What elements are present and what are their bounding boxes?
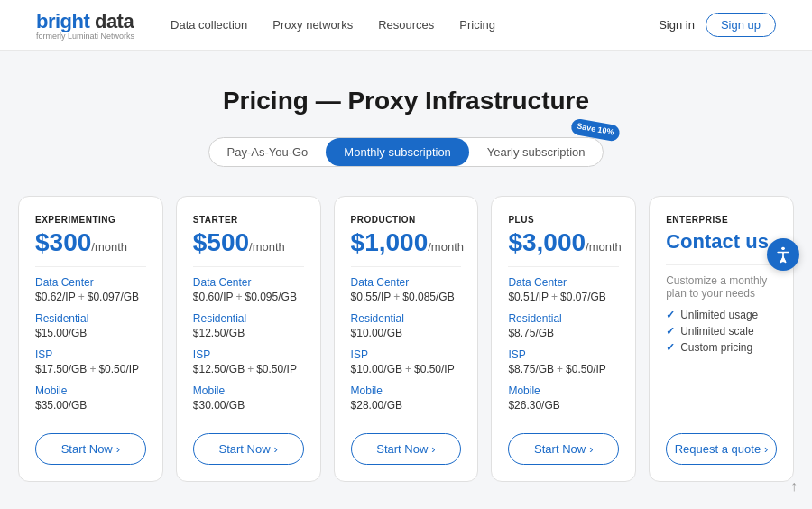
- residential-section: Residential $12.50/GB: [193, 312, 304, 339]
- mobile-section: Mobile $30.00/GB: [193, 384, 304, 412]
- main-content: Pricing — Proxy Infrastructure Pay-As-Yo…: [0, 51, 812, 509]
- card-production: PRODUCTION $1,000/month Data Center $0.5…: [334, 196, 479, 482]
- start-now-button[interactable]: Start Now ›: [508, 433, 619, 465]
- card-starter: STARTER $500/month Data Center $0.60/IP+…: [176, 196, 321, 482]
- pricing-cards: EXPERIMENTING $300/month Data Center $0.…: [18, 196, 794, 482]
- price: $500/month: [193, 230, 304, 255]
- feature-list: ✓Unlimited usage ✓Unlimited scale ✓Custo…: [666, 309, 777, 357]
- isp-section: ISP $12.50/GB+$0.50/IP: [193, 348, 304, 375]
- card-footer: Request a quote ›: [666, 421, 777, 465]
- logo: bright data formerly Luminati Networks: [36, 10, 134, 41]
- logo-data: data: [95, 10, 134, 32]
- header-actions: Sign in Sign up: [659, 13, 776, 37]
- tab-yearly[interactable]: Yearly subscription Save 10%: [469, 138, 604, 166]
- logo-subtitle: formerly Luminati Networks: [36, 32, 134, 41]
- enterprise-description: Customize a monthly plan to your needs: [666, 274, 777, 300]
- request-quote-button[interactable]: Request a quote ›: [666, 433, 777, 465]
- mobile-section: Mobile $28.00/GB: [351, 384, 462, 412]
- page-title: Pricing — Proxy Infrastructure: [223, 87, 589, 116]
- start-now-button[interactable]: Start Now ›: [35, 433, 146, 465]
- main-nav: Data collection Proxy networks Resources…: [171, 18, 659, 32]
- feature-unlimited-scale: ✓Unlimited scale: [666, 325, 777, 338]
- check-icon: ✓: [666, 325, 675, 338]
- card-footer: Start Now ›: [35, 421, 146, 465]
- card-footer: Start Now ›: [508, 421, 619, 465]
- card-footer: Start Now ›: [193, 421, 304, 465]
- save-badge: Save 10%: [570, 117, 621, 142]
- data-center-section: Data Center $0.62/IP+$0.097/GB: [35, 276, 146, 303]
- price: $300/month: [35, 230, 146, 255]
- tier-label: STARTER: [193, 215, 304, 225]
- tier-label: PRODUCTION: [351, 215, 462, 225]
- header: bright data formerly Luminati Networks D…: [0, 0, 812, 51]
- nav-pricing[interactable]: Pricing: [459, 18, 495, 32]
- isp-section: ISP $8.75/GB+$0.50/IP: [508, 348, 619, 375]
- feature-custom-pricing: ✓Custom pricing: [666, 341, 777, 354]
- data-center-section: Data Center $0.60/IP+$0.095/GB: [193, 276, 304, 303]
- tier-label: PLUS: [508, 215, 619, 225]
- card-enterprise: ENTERPRISE Contact us Customize a monthl…: [649, 196, 794, 482]
- check-icon: ✓: [666, 309, 675, 321]
- contact-us-text: Contact us: [666, 230, 777, 254]
- accessibility-icon[interactable]: [767, 238, 799, 271]
- residential-section: Residential $15.00/GB: [35, 312, 146, 339]
- signin-button[interactable]: Sign in: [659, 18, 695, 32]
- feature-unlimited-usage: ✓Unlimited usage: [666, 309, 777, 321]
- isp-section: ISP $10.00/GB+$0.50/IP: [351, 348, 462, 375]
- card-plus: PLUS $3,000/month Data Center $0.51/IP+$…: [491, 196, 636, 482]
- residential-section: Residential $8.75/GB: [508, 312, 619, 339]
- logo-text: bright data: [36, 10, 134, 33]
- nav-data-collection[interactable]: Data collection: [171, 18, 247, 32]
- check-icon: ✓: [666, 341, 675, 354]
- residential-section: Residential $10.00/GB: [351, 312, 462, 339]
- tab-monthly[interactable]: Monthly subscription: [326, 138, 469, 166]
- start-now-button[interactable]: Start Now ›: [351, 433, 462, 465]
- svg-point-1: [781, 247, 784, 250]
- data-center-section: Data Center $0.55/IP+$0.085/GB: [351, 276, 462, 303]
- start-now-button[interactable]: Start Now ›: [193, 433, 304, 465]
- nav-resources[interactable]: Resources: [378, 18, 434, 32]
- nav-proxy-networks[interactable]: Proxy networks: [272, 18, 353, 32]
- data-center-section: Data Center $0.51/IP+$0.07/GB: [508, 276, 619, 303]
- signup-button[interactable]: Sign up: [706, 13, 776, 37]
- card-footer: Start Now ›: [351, 421, 462, 465]
- scroll-to-top-button[interactable]: ↑: [790, 478, 798, 495]
- mobile-section: Mobile $35.00/GB: [35, 384, 146, 412]
- tab-payasyougo[interactable]: Pay-As-You-Go: [209, 138, 327, 166]
- isp-section: ISP $17.50/GB+$0.50/IP: [35, 348, 146, 375]
- tier-label: ENTERPRISE: [666, 215, 777, 225]
- price: $3,000/month: [508, 230, 619, 255]
- price: $1,000/month: [351, 230, 462, 255]
- tier-label: EXPERIMENTING: [35, 215, 146, 225]
- logo-bright: bright: [36, 10, 95, 32]
- mobile-section: Mobile $26.30/GB: [508, 384, 619, 412]
- card-experimenting: EXPERIMENTING $300/month Data Center $0.…: [18, 196, 163, 482]
- billing-tabs: Pay-As-You-Go Monthly subscription Yearl…: [208, 137, 604, 167]
